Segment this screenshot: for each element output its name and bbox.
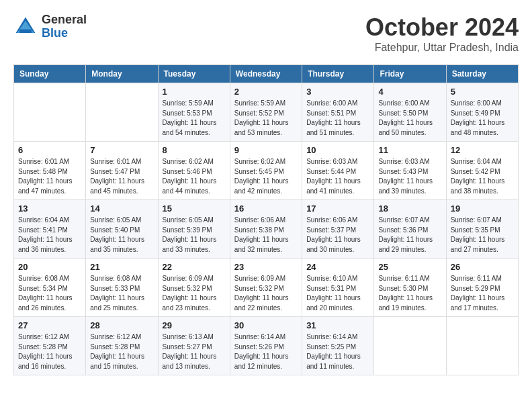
calendar-cell: 30Sunrise: 6:14 AMSunset: 5:26 PMDayligh… bbox=[230, 317, 302, 375]
month-title: October 2024 bbox=[365, 13, 519, 42]
day-number: 31 bbox=[306, 320, 369, 330]
weekday-header-row: SundayMondayTuesdayWednesdayThursdayFrid… bbox=[14, 65, 519, 83]
day-number: 5 bbox=[451, 87, 514, 97]
calendar-cell: 10Sunrise: 6:03 AMSunset: 5:44 PMDayligh… bbox=[302, 142, 374, 200]
day-number: 28 bbox=[90, 320, 153, 330]
calendar-cell: 19Sunrise: 6:07 AMSunset: 5:35 PMDayligh… bbox=[446, 200, 518, 259]
calendar-week-1: 1Sunrise: 5:59 AMSunset: 5:53 PMDaylight… bbox=[14, 83, 519, 142]
calendar-cell: 28Sunrise: 6:12 AMSunset: 5:28 PMDayligh… bbox=[86, 317, 158, 375]
day-number: 19 bbox=[451, 203, 514, 214]
day-info: Sunrise: 6:09 AMSunset: 5:32 PMDaylight:… bbox=[234, 274, 298, 313]
day-number: 17 bbox=[306, 203, 369, 214]
day-info: Sunrise: 6:08 AMSunset: 5:34 PMDaylight:… bbox=[18, 274, 81, 313]
calendar-cell: 26Sunrise: 6:11 AMSunset: 5:29 PMDayligh… bbox=[446, 259, 518, 317]
day-number: 13 bbox=[18, 203, 81, 214]
calendar-week-3: 13Sunrise: 6:04 AMSunset: 5:41 PMDayligh… bbox=[14, 200, 519, 259]
day-number: 18 bbox=[378, 203, 441, 214]
day-info: Sunrise: 5:59 AMSunset: 5:53 PMDaylight:… bbox=[163, 99, 226, 138]
day-info: Sunrise: 6:06 AMSunset: 5:37 PMDaylight:… bbox=[306, 216, 369, 255]
calendar-cell bbox=[446, 317, 518, 375]
day-info: Sunrise: 6:14 AMSunset: 5:25 PMDaylight:… bbox=[306, 332, 369, 371]
title-block: October 2024 Fatehpur, Uttar Pradesh, In… bbox=[365, 13, 519, 54]
day-info: Sunrise: 6:01 AMSunset: 5:48 PMDaylight:… bbox=[18, 157, 81, 196]
day-number: 6 bbox=[18, 145, 81, 155]
calendar-cell: 16Sunrise: 6:06 AMSunset: 5:38 PMDayligh… bbox=[230, 200, 302, 259]
day-info: Sunrise: 6:05 AMSunset: 5:40 PMDaylight:… bbox=[90, 216, 153, 255]
day-info: Sunrise: 6:14 AMSunset: 5:26 PMDaylight:… bbox=[234, 332, 298, 371]
calendar-cell: 31Sunrise: 6:14 AMSunset: 5:25 PMDayligh… bbox=[302, 317, 374, 375]
day-info: Sunrise: 6:08 AMSunset: 5:33 PMDaylight:… bbox=[90, 274, 153, 313]
day-info: Sunrise: 6:00 AMSunset: 5:51 PMDaylight:… bbox=[306, 99, 369, 138]
day-number: 1 bbox=[163, 87, 226, 97]
calendar-cell: 8Sunrise: 6:02 AMSunset: 5:46 PMDaylight… bbox=[158, 142, 230, 200]
day-number: 29 bbox=[163, 320, 226, 330]
day-info: Sunrise: 6:03 AMSunset: 5:44 PMDaylight:… bbox=[306, 157, 369, 196]
calendar-cell: 29Sunrise: 6:13 AMSunset: 5:27 PMDayligh… bbox=[158, 317, 230, 375]
day-info: Sunrise: 6:02 AMSunset: 5:46 PMDaylight:… bbox=[163, 157, 226, 196]
calendar-table: SundayMondayTuesdayWednesdayThursdayFrid… bbox=[13, 64, 519, 375]
calendar-cell: 4Sunrise: 6:00 AMSunset: 5:50 PMDaylight… bbox=[374, 83, 446, 142]
day-info: Sunrise: 6:11 AMSunset: 5:29 PMDaylight:… bbox=[451, 274, 514, 313]
calendar-cell: 1Sunrise: 5:59 AMSunset: 5:53 PMDaylight… bbox=[158, 83, 230, 142]
calendar-cell bbox=[86, 83, 158, 142]
day-info: Sunrise: 6:10 AMSunset: 5:31 PMDaylight:… bbox=[306, 274, 369, 313]
day-number: 15 bbox=[163, 203, 226, 214]
day-number: 27 bbox=[18, 320, 81, 330]
day-info: Sunrise: 6:09 AMSunset: 5:32 PMDaylight:… bbox=[163, 274, 226, 313]
day-info: Sunrise: 6:00 AMSunset: 5:49 PMDaylight:… bbox=[451, 99, 514, 138]
weekday-header-friday: Friday bbox=[374, 65, 446, 83]
day-number: 10 bbox=[306, 145, 369, 155]
day-info: Sunrise: 6:03 AMSunset: 5:43 PMDaylight:… bbox=[378, 157, 441, 196]
calendar-cell bbox=[14, 83, 86, 142]
day-number: 11 bbox=[378, 145, 441, 155]
day-number: 16 bbox=[234, 203, 298, 214]
calendar-cell: 18Sunrise: 6:07 AMSunset: 5:36 PMDayligh… bbox=[374, 200, 446, 259]
calendar-cell: 23Sunrise: 6:09 AMSunset: 5:32 PMDayligh… bbox=[230, 259, 302, 317]
calendar-cell: 12Sunrise: 6:04 AMSunset: 5:42 PMDayligh… bbox=[446, 142, 518, 200]
calendar-cell: 13Sunrise: 6:04 AMSunset: 5:41 PMDayligh… bbox=[14, 200, 86, 259]
day-info: Sunrise: 6:02 AMSunset: 5:45 PMDaylight:… bbox=[234, 157, 298, 196]
day-number: 24 bbox=[306, 262, 369, 272]
calendar-week-2: 6Sunrise: 6:01 AMSunset: 5:48 PMDaylight… bbox=[14, 142, 519, 200]
calendar-cell: 2Sunrise: 5:59 AMSunset: 5:52 PMDaylight… bbox=[230, 83, 302, 142]
day-number: 2 bbox=[234, 87, 298, 97]
day-info: Sunrise: 6:05 AMSunset: 5:39 PMDaylight:… bbox=[163, 216, 226, 255]
day-number: 7 bbox=[90, 145, 153, 155]
calendar-cell: 3Sunrise: 6:00 AMSunset: 5:51 PMDaylight… bbox=[302, 83, 374, 142]
calendar-cell: 25Sunrise: 6:11 AMSunset: 5:30 PMDayligh… bbox=[374, 259, 446, 317]
day-number: 4 bbox=[378, 87, 441, 97]
logo-text: General Blue bbox=[42, 13, 87, 40]
day-number: 30 bbox=[234, 320, 298, 330]
day-info: Sunrise: 6:07 AMSunset: 5:35 PMDaylight:… bbox=[451, 216, 514, 255]
calendar-cell: 22Sunrise: 6:09 AMSunset: 5:32 PMDayligh… bbox=[158, 259, 230, 317]
calendar-cell: 21Sunrise: 6:08 AMSunset: 5:33 PMDayligh… bbox=[86, 259, 158, 317]
calendar-cell: 14Sunrise: 6:05 AMSunset: 5:40 PMDayligh… bbox=[86, 200, 158, 259]
calendar-cell: 20Sunrise: 6:08 AMSunset: 5:34 PMDayligh… bbox=[14, 259, 86, 317]
day-info: Sunrise: 6:07 AMSunset: 5:36 PMDaylight:… bbox=[378, 216, 441, 255]
calendar-cell bbox=[374, 317, 446, 375]
day-info: Sunrise: 6:12 AMSunset: 5:28 PMDaylight:… bbox=[18, 332, 81, 371]
weekday-header-thursday: Thursday bbox=[302, 65, 374, 83]
day-info: Sunrise: 6:11 AMSunset: 5:30 PMDaylight:… bbox=[378, 274, 441, 313]
day-number: 14 bbox=[90, 203, 153, 214]
day-number: 25 bbox=[378, 262, 441, 272]
day-info: Sunrise: 5:59 AMSunset: 5:52 PMDaylight:… bbox=[234, 99, 298, 138]
location: Fatehpur, Uttar Pradesh, India bbox=[365, 42, 519, 54]
weekday-header-wednesday: Wednesday bbox=[230, 65, 302, 83]
day-number: 12 bbox=[451, 145, 514, 155]
svg-rect-2 bbox=[19, 29, 32, 32]
calendar-week-5: 27Sunrise: 6:12 AMSunset: 5:28 PMDayligh… bbox=[14, 317, 519, 375]
logo: General Blue bbox=[13, 13, 87, 40]
day-number: 23 bbox=[234, 262, 298, 272]
calendar-cell: 11Sunrise: 6:03 AMSunset: 5:43 PMDayligh… bbox=[374, 142, 446, 200]
calendar-week-4: 20Sunrise: 6:08 AMSunset: 5:34 PMDayligh… bbox=[14, 259, 519, 317]
calendar-cell: 17Sunrise: 6:06 AMSunset: 5:37 PMDayligh… bbox=[302, 200, 374, 259]
day-info: Sunrise: 6:00 AMSunset: 5:50 PMDaylight:… bbox=[378, 99, 441, 138]
day-info: Sunrise: 6:04 AMSunset: 5:42 PMDaylight:… bbox=[451, 157, 514, 196]
day-number: 20 bbox=[18, 262, 81, 272]
day-info: Sunrise: 6:13 AMSunset: 5:27 PMDaylight:… bbox=[163, 332, 226, 371]
calendar-cell: 9Sunrise: 6:02 AMSunset: 5:45 PMDaylight… bbox=[230, 142, 302, 200]
weekday-header-tuesday: Tuesday bbox=[158, 65, 230, 83]
calendar-cell: 7Sunrise: 6:01 AMSunset: 5:47 PMDaylight… bbox=[86, 142, 158, 200]
weekday-header-monday: Monday bbox=[86, 65, 158, 83]
